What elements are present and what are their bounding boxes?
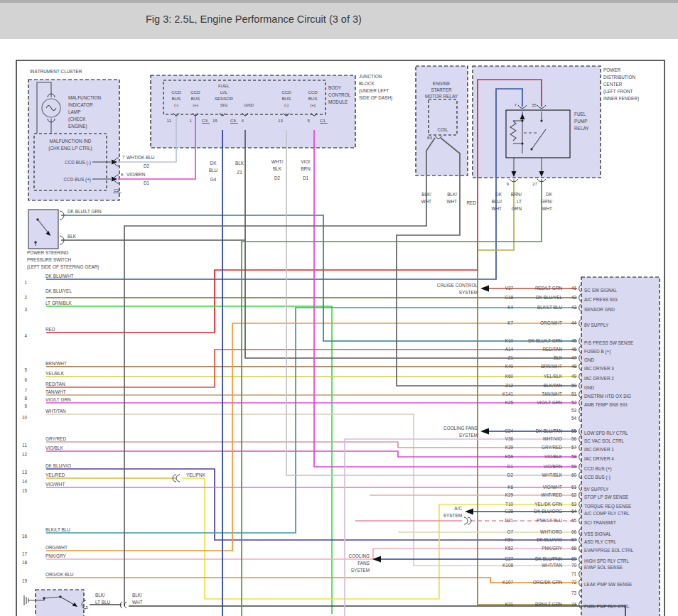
- ac-system-label: SYSTEM: [443, 513, 462, 518]
- pcm-row-color: PNK/LT BLU: [537, 518, 562, 523]
- pcm-pin-connector: [579, 463, 581, 470]
- pcm-row-color: YEL/BLK: [544, 374, 563, 379]
- pcm-row-signal: CCD BUS (+): [584, 466, 612, 472]
- jb-pin: 4: [242, 118, 244, 123]
- pcm-row-color: VIO/BLK: [544, 454, 563, 459]
- cooling2-system-label: FANS: [357, 561, 370, 566]
- pcm-row-signal: A/C PRESS SIG: [584, 297, 618, 302]
- pcm-row-code: K25: [505, 400, 514, 405]
- pcm-row-signal: IAC DRIVER 2: [584, 376, 614, 381]
- wire-red-tan: [46, 350, 577, 387]
- pcm-row-pin: 49: [571, 374, 577, 379]
- connector-label: C2: [114, 188, 119, 193]
- pcm-row-color: DK BLU/LT GRN: [528, 338, 562, 343]
- pcm-row-color: DK BLU/ORG: [534, 509, 562, 514]
- pcm-pin-connector: [579, 590, 581, 597]
- jb-terminal: CCD: [171, 90, 181, 94]
- pcm-row-pin: 60: [571, 472, 577, 477]
- wire-gry-red: [46, 442, 577, 448]
- bcm-label: MODULE: [328, 99, 348, 104]
- pcm-pin-connector: [579, 579, 581, 586]
- cruise-system-label: CRUISE CONTROL: [437, 283, 478, 288]
- pcm-row-code: G7: [507, 529, 513, 534]
- left-row-number: 11: [22, 443, 27, 448]
- jb-terminal: (+): [193, 102, 198, 107]
- left-row-wire-label: YEL/BLK: [45, 371, 65, 376]
- pcm-pin-connector: [579, 355, 581, 362]
- left-row-number: 19: [22, 578, 28, 583]
- wire-blk-wht-bottom: [129, 606, 625, 616]
- pcm-pin-connector: [579, 436, 581, 443]
- left-row-number: 6: [24, 377, 27, 382]
- pcm-row-code: K6: [507, 485, 513, 490]
- left-row-wire-label: TAN/WHT: [45, 389, 66, 394]
- pcm-row-pin: 71: [571, 571, 577, 576]
- left-row-wire-label: BLK/LT BLU: [45, 527, 70, 532]
- wire-vio-blk: [46, 451, 577, 457]
- wire-label: VIO/: [301, 159, 311, 164]
- pcm-row-code: D21: [505, 518, 513, 523]
- pcm-pin-connector: [579, 529, 581, 536]
- left-row-number: 5: [24, 367, 27, 372]
- pcm-row-color: WHT/ORG: [540, 529, 562, 534]
- pcm-row-pin: 41: [571, 286, 577, 291]
- wire-label: DK: [210, 161, 217, 166]
- lamp-label: (CHECK: [68, 117, 86, 122]
- pcm-row-code: T10: [505, 502, 513, 507]
- left-row-number: 12: [22, 452, 28, 457]
- pcm-pin-connector: [579, 517, 581, 524]
- wire-label: LT: [517, 199, 522, 204]
- circuit-label: G4: [210, 177, 217, 182]
- left-row-number: 4: [24, 333, 27, 338]
- pcm-pin-connector: [579, 601, 581, 608]
- junction-block-label: SIDE OF DASH): [359, 95, 392, 101]
- pcm-row-signal: CCD BUS (-): [584, 475, 610, 480]
- pin-number: 5: [86, 605, 89, 610]
- pcm-row-signal: DNSTRM HTD OX SIG: [584, 394, 631, 399]
- fuel-pump-relay-label: PUMP: [574, 119, 587, 124]
- cruise-system-label: SYSTEM: [459, 290, 478, 295]
- left-row-number: 8: [24, 396, 27, 401]
- pcm-row-code: K40: [505, 364, 514, 369]
- pcm-row-color: GRY/RED: [542, 445, 562, 450]
- left-wire-rows: 1DK BLU/WHT2DK BLU/YEL3LT GRN/BLK4RED5BR…: [22, 274, 206, 584]
- jb-wire-labels: DK BLU G4 BLK Z1 WHT/ BLK D2 VIO/ BRN D1: [209, 159, 311, 182]
- pcm-pin-connector: [579, 536, 581, 544]
- jb-pin: 11: [167, 118, 172, 123]
- pcm-row-pin: 45: [571, 338, 577, 343]
- bcm-label: BODY: [328, 85, 342, 90]
- bottom-component-box: [36, 590, 84, 616]
- pcm-pin-connector: [579, 304, 581, 311]
- pcm-row-signal: SC SW SIGNAL: [584, 288, 618, 293]
- lamp-label: INDICATOR: [68, 102, 93, 107]
- pcm-pin-connector: [579, 484, 581, 491]
- wire-label: BRN: [301, 166, 311, 171]
- pcm-row-pin: 56: [571, 436, 577, 441]
- pcm-pin-connector: [579, 399, 581, 406]
- pcm-row-signal: TORQUE REQ SENSE: [584, 504, 631, 509]
- jb-terminal: LVL: [220, 90, 228, 94]
- wire-label: WHT: [446, 199, 457, 204]
- pcm-row-color: WHT/RED: [541, 492, 562, 497]
- cooling-arrow-icon: [480, 428, 489, 435]
- pcm-row-color: DK BLU/PNK: [535, 556, 563, 561]
- left-row-wire-label: VIO/WHT: [45, 482, 65, 487]
- pcm-row-signal: GND: [584, 385, 595, 390]
- junction-block-label: JUNCTION: [359, 74, 382, 79]
- pcm-row-code: V37: [505, 286, 514, 291]
- wire-label: WHT: [421, 199, 431, 204]
- jb-terminal: SENSOR: [215, 96, 234, 101]
- starter-relay-title: MOTOR RELAY: [425, 94, 458, 99]
- pcm-row-signal: A/C COMP RLY CTRL: [584, 511, 630, 516]
- ac-arrow-icon: [465, 509, 473, 515]
- jb-terminal: BUS: [282, 96, 291, 101]
- pcm-row-signal: AMB TEMP SNS SIG: [584, 402, 628, 407]
- pcm-row-signal: SC VAC SOL CTRL: [584, 438, 625, 443]
- pcm-row-pin: 58: [571, 454, 577, 459]
- ccd-plus-label: CCD BUS (+): [63, 177, 91, 183]
- wire-label: BLK/: [132, 593, 142, 598]
- pdc-wire-labels: BLK/ WHT BLK/ WHT RED DK BLU/ WHT BRN/ L…: [421, 192, 552, 211]
- pcm-row-pin: 52: [571, 400, 577, 405]
- wire-label: WHT: [491, 206, 502, 211]
- lamp-label: LAMP: [68, 109, 80, 114]
